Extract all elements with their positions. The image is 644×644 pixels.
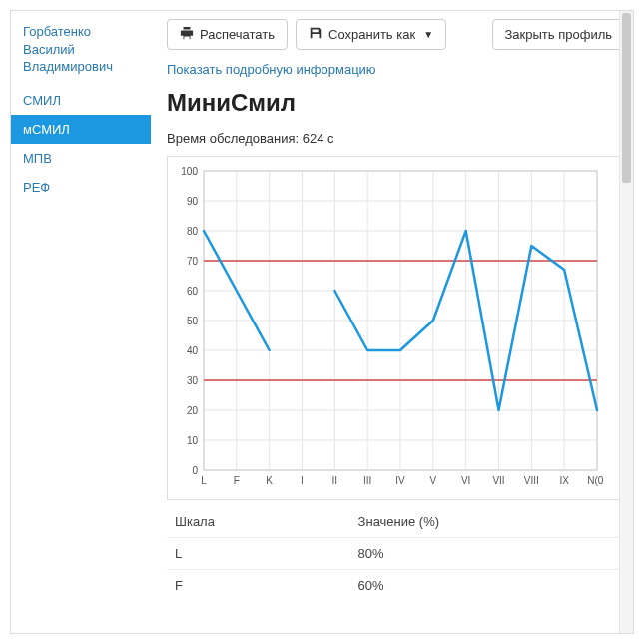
svg-text:40: 40 bbox=[187, 345, 199, 356]
sidebar: Горбатенко Василий Владимирович СМИЛмСМИ… bbox=[11, 11, 151, 633]
col-value: Значение (%) bbox=[350, 506, 625, 538]
sidebar-item[interactable]: мСМИЛ bbox=[11, 115, 151, 144]
vertical-scrollbar[interactable] bbox=[619, 11, 633, 633]
print-label: Распечатать bbox=[200, 27, 275, 42]
svg-text:L: L bbox=[201, 475, 207, 486]
save-label: Сохранить как bbox=[328, 27, 415, 42]
table-header-row: Шкала Значение (%) bbox=[167, 506, 625, 538]
exam-time: Время обследования: 624 с bbox=[167, 131, 625, 146]
svg-text:90: 90 bbox=[187, 196, 199, 207]
svg-text:V: V bbox=[429, 475, 436, 486]
toolbar: Распечатать Сохранить как ▼ Закрыть проф… bbox=[167, 19, 625, 50]
svg-text:VI: VI bbox=[461, 475, 470, 486]
svg-text:F: F bbox=[234, 475, 240, 486]
svg-text:10: 10 bbox=[187, 435, 199, 446]
close-profile-label: Закрыть профиль bbox=[505, 27, 613, 42]
sidebar-item[interactable]: РЕФ bbox=[11, 173, 151, 202]
main-panel: Распечатать Сохранить как ▼ Закрыть проф… bbox=[151, 11, 633, 633]
save-icon bbox=[309, 26, 322, 43]
show-details-link[interactable]: Показать подробную информацию bbox=[167, 62, 376, 77]
cell-scale: L bbox=[167, 538, 350, 570]
svg-text:VII: VII bbox=[492, 475, 504, 486]
svg-text:I: I bbox=[301, 475, 304, 486]
sidebar-item[interactable]: МПВ bbox=[11, 144, 151, 173]
svg-text:N(0): N(0) bbox=[587, 475, 603, 486]
svg-text:K: K bbox=[266, 475, 273, 486]
person-name[interactable]: Горбатенко Василий Владимирович bbox=[11, 19, 151, 86]
svg-text:50: 50 bbox=[187, 316, 199, 326]
scroll-thumb[interactable] bbox=[622, 13, 631, 183]
print-icon bbox=[180, 26, 194, 43]
results-table: Шкала Значение (%) L80%F60% bbox=[167, 506, 625, 601]
svg-text:80: 80 bbox=[187, 226, 199, 237]
svg-text:VIII: VIII bbox=[524, 475, 539, 486]
save-as-button[interactable]: Сохранить как ▼ bbox=[296, 19, 446, 50]
nav: СМИЛмСМИЛМПВРЕФ bbox=[11, 86, 151, 202]
page-title: МиниСмил bbox=[167, 89, 625, 117]
svg-text:70: 70 bbox=[187, 256, 199, 267]
col-scale: Шкала bbox=[167, 506, 350, 538]
cell-value: 80% bbox=[350, 538, 625, 570]
svg-text:III: III bbox=[363, 475, 371, 486]
chevron-down-icon: ▼ bbox=[423, 29, 433, 40]
svg-text:IX: IX bbox=[559, 475, 569, 486]
svg-text:IV: IV bbox=[395, 475, 405, 486]
print-button[interactable]: Распечатать bbox=[167, 19, 288, 50]
line-chart: 0102030405060708090100LFKIIIIIIIVVVIVIIV… bbox=[174, 163, 603, 492]
cell-value: 60% bbox=[350, 570, 625, 602]
svg-text:II: II bbox=[332, 475, 338, 486]
sidebar-item[interactable]: СМИЛ bbox=[11, 86, 151, 115]
svg-text:60: 60 bbox=[187, 286, 199, 297]
svg-text:20: 20 bbox=[187, 405, 199, 416]
chart-container: 0102030405060708090100LFKIIIIIIIVVVIVIIV… bbox=[167, 156, 625, 500]
svg-text:100: 100 bbox=[181, 166, 198, 177]
table-row: F60% bbox=[167, 570, 625, 602]
svg-text:0: 0 bbox=[192, 465, 198, 476]
close-profile-button[interactable]: Закрыть профиль bbox=[492, 19, 626, 50]
svg-text:30: 30 bbox=[187, 375, 199, 386]
table-row: L80% bbox=[167, 538, 625, 570]
cell-scale: F bbox=[167, 570, 350, 602]
